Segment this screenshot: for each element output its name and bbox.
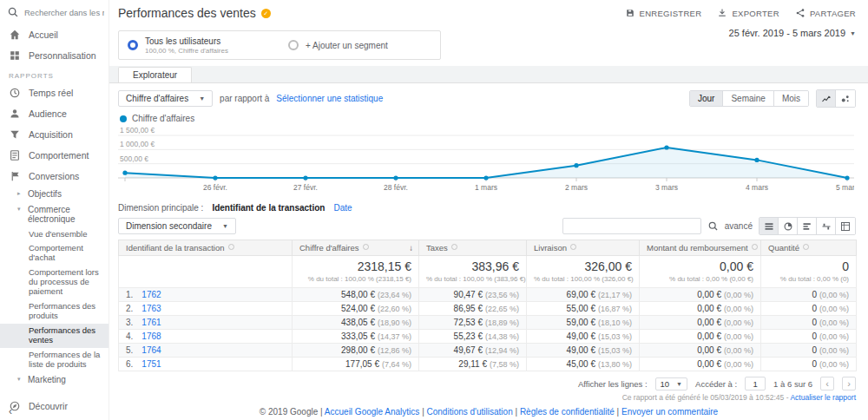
sidebar-item-administration[interactable]: Administration	[0, 417, 108, 420]
tab-explorateur[interactable]: Explorateur	[118, 67, 192, 82]
table-toolbar: Dimension secondaire ▼ avancé	[109, 214, 868, 240]
sidebar-item-commerce-electronique[interactable]: ▾ Commerce électronique	[0, 202, 108, 227]
cell-value: 90,47 €	[454, 290, 483, 299]
sidebar-item-decouvrir[interactable]: Découvrir	[0, 396, 108, 417]
table-row: 6.1751177,05 €(7,64 %)29,11 €(7,58 %)45,…	[119, 358, 857, 371]
sidebar-item-comportement-d-achat[interactable]: Comportement d'achat	[0, 241, 108, 266]
metric-dropdown[interactable]: Chiffre d'affaires ▼	[118, 90, 213, 107]
motion-chart-view-button[interactable]	[836, 90, 855, 107]
sidebar-item-objectifs[interactable]: ▸ Objectifs	[0, 187, 108, 202]
cell-percent: (13,80 %)	[598, 360, 632, 369]
cell-value: 0	[812, 331, 817, 341]
column-header-montant-du-remboursement[interactable]: Montant du remboursement	[640, 240, 761, 256]
advanced-filter-link[interactable]: avancé	[725, 221, 753, 231]
revenue-chart[interactable]: 500,00 €1 000,00 €1 500,00 €26 févr.27 f…	[118, 124, 856, 199]
data-point[interactable]	[393, 175, 398, 180]
performance-view-button[interactable]	[798, 218, 817, 234]
sidebar-search[interactable]	[0, 0, 108, 24]
cell-percent: (18,89 %)	[485, 318, 519, 327]
cell-percent: (7,58 %)	[490, 360, 519, 369]
table-search-icon[interactable]	[707, 220, 719, 232]
totals-empty-cell	[119, 256, 293, 288]
select-metric-link[interactable]: Sélectionner une statistique	[276, 94, 383, 103]
sidebar-search-input[interactable]	[24, 8, 104, 17]
sidebar-item-vue-d-ensemble[interactable]: Vue d'ensemble	[0, 227, 108, 242]
cell-percent: (0,00 %)	[724, 305, 753, 313]
cell-value: 0,00 €	[697, 290, 721, 299]
data-point[interactable]	[574, 163, 578, 167]
data-point[interactable]	[845, 175, 849, 180]
column-header-taxes[interactable]: Taxes	[419, 240, 527, 256]
transaction-id-link[interactable]: 1768	[141, 331, 161, 341]
sampling-badge-icon[interactable]: ✓	[261, 9, 271, 18]
sort-desc-icon[interactable]: ↓	[409, 243, 413, 253]
data-point[interactable]	[483, 175, 488, 180]
realtime-icon	[9, 87, 21, 99]
column-header-livraison[interactable]: Livraison	[527, 240, 640, 256]
previous-page-button[interactable]: ‹	[820, 377, 834, 390]
rows-per-page-select[interactable]: 10 ▼	[655, 377, 688, 390]
primary-dimension-label: Dimension principale :	[118, 203, 203, 213]
granularity-day-button[interactable]: Jour	[690, 91, 723, 106]
sidebar-item-marketing[interactable]: ▾ Marketing	[0, 372, 108, 388]
svg-text:1 mars: 1 mars	[475, 183, 497, 192]
customization-icon	[9, 49, 21, 62]
data-point[interactable]	[664, 145, 668, 149]
table-view-button[interactable]	[760, 218, 779, 234]
dimension-transaction-id[interactable]: Identifiant de la transaction	[212, 203, 325, 213]
refresh-report-link[interactable]: Actualiser le rapport	[790, 393, 856, 402]
add-segment-button[interactable]: + Ajouter un segment	[279, 31, 440, 59]
column-header-quantite[interactable]: Quantité	[761, 240, 857, 256]
transaction-id-link[interactable]: 1763	[141, 304, 161, 313]
sidebar-item-comportement-lors-du-processus-de-paiement[interactable]: Comportement lors du processus de paieme…	[0, 266, 108, 299]
secondary-dimension-dropdown[interactable]: Dimension secondaire ▼	[118, 218, 236, 234]
footer-link-accueil-google-analytics[interactable]: Accueil Google Analytics	[325, 407, 420, 417]
transaction-id-link[interactable]: 1764	[141, 345, 161, 355]
footer-link-envoyer-un-commentaire[interactable]: Envoyer un commentaire	[621, 407, 718, 417]
sidebar-collapse-button[interactable]: ‹	[9, 405, 12, 417]
column-header-chiffre-d-affaires[interactable]: Chiffre d'affaires↓	[293, 240, 419, 256]
segment-all-users[interactable]: Tous les utilisateurs 100,00 %, Chiffre …	[119, 31, 279, 59]
footer-link-regles-de-confidentialite[interactable]: Règles de confidentialité	[520, 407, 615, 417]
sidebar-item-accueil[interactable]: Accueil	[0, 24, 108, 45]
sidebar-item-personnalisation[interactable]: Personnalisation	[0, 45, 108, 66]
data-point[interactable]	[754, 158, 759, 162]
granularity-month-button[interactable]: Mois	[774, 91, 808, 106]
sidebar-item-performances-des-produits[interactable]: Performances des produits	[0, 299, 108, 324]
export-button[interactable]: EXPORTER	[717, 8, 779, 18]
cell-percent: (16,87 %)	[598, 305, 632, 313]
cell-value: 298,00 €	[341, 345, 375, 355]
data-point[interactable]	[303, 175, 307, 180]
sidebar-item-conversions[interactable]: Conversions	[0, 166, 108, 187]
table-search-input[interactable]	[562, 218, 701, 234]
next-page-button[interactable]: ›	[842, 377, 856, 390]
transaction-id-link[interactable]: 1762	[141, 290, 161, 299]
pivot-view-button[interactable]	[836, 218, 855, 234]
footer-link-conditions-d-utilisation[interactable]: Conditions d'utilisation	[427, 407, 513, 417]
data-point[interactable]	[213, 175, 217, 180]
cell-value: 86,95 €	[454, 304, 483, 313]
line-chart-view-button[interactable]	[817, 90, 836, 107]
sidebar-item-audience[interactable]: Audience	[0, 103, 108, 124]
comparison-view-button[interactable]	[817, 218, 836, 234]
chart-legend: Chiffre d'affaires	[120, 114, 856, 123]
transaction-id-link[interactable]: 1761	[141, 318, 161, 327]
share-button[interactable]: PARTAGER	[795, 8, 856, 18]
conversions-flag-icon	[9, 170, 21, 182]
column-header-identifiant-de-la-transaction[interactable]: Identifiant de la transaction	[119, 240, 293, 256]
percentage-view-button[interactable]	[779, 218, 798, 234]
sidebar-item-performances-de-la-liste-de-produits[interactable]: Performances de la liste de produits	[0, 348, 108, 372]
transaction-id-link[interactable]: 1751	[141, 359, 161, 369]
sidebar-item-performances-des-ventes[interactable]: Performances des ventes	[0, 324, 108, 348]
sidebar-item-acquisition[interactable]: Acquisition	[0, 124, 108, 145]
dimension-date[interactable]: Date	[333, 203, 352, 213]
granularity-week-button[interactable]: Semaine	[723, 91, 773, 106]
goto-page-input[interactable]	[745, 377, 766, 390]
data-point[interactable]	[122, 171, 127, 175]
sidebar-item-temps-reel[interactable]: Temps réel	[0, 82, 108, 103]
row-number: 6.	[126, 359, 133, 369]
sidebar-item-comportement[interactable]: Comportement	[0, 145, 108, 166]
table-row: 2.1763524,00 €(22,60 %)86,95 €(22,65 %)5…	[119, 302, 857, 316]
date-range-selector[interactable]: 25 févr. 2019 - 5 mars 2019 ▼	[729, 28, 856, 38]
save-button[interactable]: ENREGISTRER	[625, 8, 702, 18]
